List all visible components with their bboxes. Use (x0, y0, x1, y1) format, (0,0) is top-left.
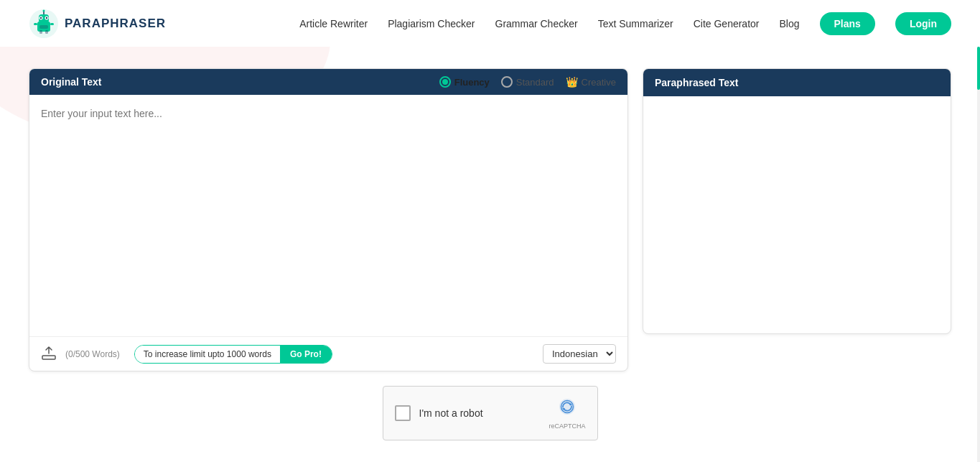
recaptcha-box: I'm not a robot reCAPTCHA (383, 386, 598, 440)
recaptcha-area: I'm not a robot reCAPTCHA (29, 386, 951, 440)
logo-text: PARAPHRASER (65, 17, 166, 31)
recaptcha-logo: reCAPTCHA (549, 397, 585, 430)
svg-rect-14 (42, 356, 55, 359)
svg-rect-11 (50, 23, 54, 25)
svg-point-8 (43, 9, 45, 11)
header: PARAPHRASER Article Rewriter Plagiarism … (0, 0, 980, 47)
fluency-radio (439, 76, 451, 88)
creative-label: Creative (582, 77, 616, 88)
left-panel-title: Original Text (41, 76, 102, 88)
language-selector[interactable]: Indonesian English Spanish French (543, 344, 616, 364)
editor-wrapper: Original Text Fluency Standard (29, 68, 951, 371)
right-panel-title: Paraphrased Text (655, 77, 738, 88)
left-panel-header: Original Text Fluency Standard (29, 69, 627, 95)
nav-cite-generator[interactable]: Cite Generator (694, 18, 760, 29)
plans-button[interactable]: Plans (820, 12, 875, 35)
nav-blog[interactable]: Blog (780, 18, 800, 29)
svg-rect-12 (39, 30, 42, 34)
upgrade-wrapper: To increase limit upto 1000 words Go Pro… (134, 345, 332, 364)
paraphrased-content (643, 96, 951, 312)
upgrade-text: To increase limit upto 1000 words (135, 346, 280, 363)
crown-icon: 👑 (566, 76, 578, 88)
logo-icon (29, 9, 59, 39)
right-panel-header: Paraphrased Text (643, 69, 951, 96)
main-nav: Article Rewriter Plagiarism Checker Gram… (299, 12, 951, 35)
recaptcha-label: I'm not a robot (419, 407, 541, 419)
svg-rect-13 (45, 30, 48, 34)
left-panel-footer: (0/500 Words) To increase limit upto 100… (29, 336, 627, 371)
main-content: Original Text Fluency Standard (0, 47, 980, 455)
left-panel: Original Text Fluency Standard (29, 68, 628, 371)
upload-icon[interactable] (41, 345, 57, 364)
svg-point-5 (40, 17, 42, 18)
standard-radio (501, 76, 513, 88)
nav-text-summarizer[interactable]: Text Summarizer (598, 18, 673, 29)
go-pro-button[interactable]: Go Pro! (280, 346, 332, 363)
mode-selector: Fluency Standard 👑 Creative (439, 76, 616, 88)
recaptcha-icon (557, 397, 577, 421)
nav-article-rewriter[interactable]: Article Rewriter (299, 18, 368, 29)
svg-rect-9 (39, 25, 48, 29)
text-area-container (29, 95, 627, 336)
standard-label: Standard (516, 77, 554, 88)
fluency-label: Fluency (454, 77, 490, 88)
mode-creative[interactable]: 👑 Creative (566, 76, 616, 88)
recaptcha-checkbox[interactable] (395, 405, 411, 421)
mode-standard[interactable]: Standard (501, 76, 554, 88)
recaptcha-brand: reCAPTCHA (549, 422, 585, 430)
word-count: (0/500 Words) (65, 349, 120, 359)
login-button[interactable]: Login (895, 12, 951, 35)
right-panel: Paraphrased Text (643, 68, 951, 334)
nav-plagiarism-checker[interactable]: Plagiarism Checker (388, 18, 475, 29)
mode-fluency[interactable]: Fluency (439, 76, 490, 88)
nav-grammar-checker[interactable]: Grammar Checker (495, 18, 578, 29)
logo[interactable]: PARAPHRASER (29, 9, 166, 39)
svg-point-6 (46, 17, 47, 18)
svg-rect-10 (34, 23, 37, 25)
original-text-input[interactable] (41, 106, 616, 322)
